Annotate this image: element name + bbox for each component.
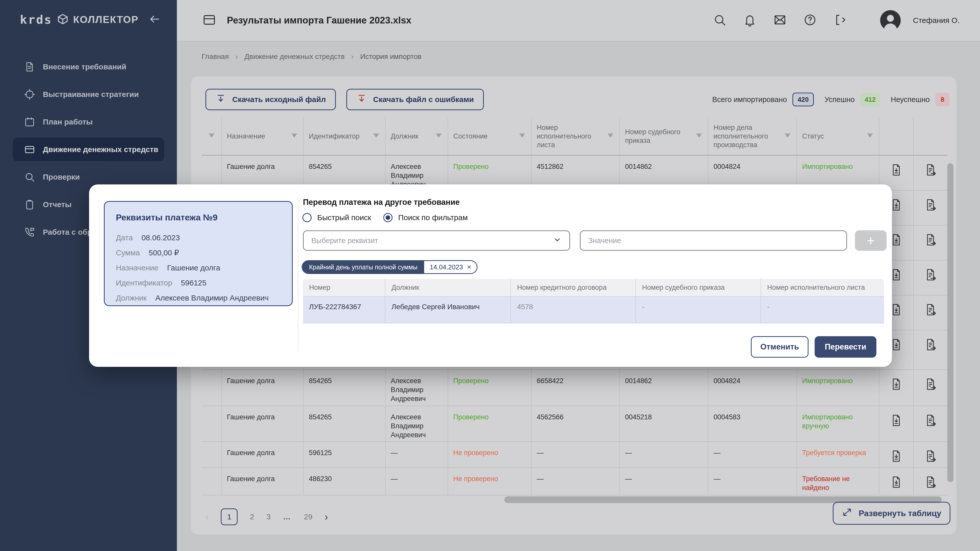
sidebar-item[interactable]: Выстраивание стратегии [13, 83, 164, 106]
sidebar-item[interactable]: Движение денежных стредств [13, 138, 164, 161]
search-icon [713, 13, 727, 27]
sidebar-item-label: Движение денежных стредств [43, 145, 158, 154]
doc-transfer-button[interactable] [924, 163, 937, 183]
results-column-header: Номер судебного приказа [635, 279, 760, 296]
pagination-page[interactable]: 1 [221, 508, 238, 525]
file-text-icon [24, 61, 35, 73]
doc-transfer-button[interactable] [924, 233, 937, 253]
pagination-page[interactable]: 29 [304, 513, 312, 521]
pagination-page[interactable]: 2 [250, 513, 254, 521]
radio-option[interactable]: Быстрый поиск [302, 213, 371, 222]
results-table-body: ЛУБ-222784367Лебедев Сергей Иванович4578… [303, 297, 884, 324]
bell-button[interactable] [743, 13, 757, 28]
value-input[interactable] [580, 230, 847, 251]
sidebar-collapse-button[interactable] [149, 13, 161, 26]
add-filter-button[interactable]: + [855, 230, 886, 251]
filter-icon[interactable] [866, 131, 874, 141]
breadcrumb-item[interactable]: Главная [202, 52, 229, 61]
sidebar-item[interactable]: План работы [13, 110, 164, 134]
table-cell: Импортировано [797, 370, 879, 406]
pagination-page[interactable]: 3 [266, 513, 271, 521]
requisite-select-placeholder: Выберите реквизит [311, 237, 378, 245]
doc-transfer-icon [924, 475, 937, 489]
filter-icon[interactable] [372, 131, 380, 141]
table-cell: Гашение долга [221, 442, 303, 467]
row-action-cell [913, 330, 947, 369]
filter-icon[interactable] [695, 131, 703, 141]
page-title: Результаты импорта Гашение 2023.xlsx [227, 15, 411, 26]
pagination-next[interactable]: › [325, 511, 328, 523]
column-header: Номер исполнительного листа [531, 118, 619, 155]
table-cell: 4562566 [531, 406, 619, 441]
table-cell: Алексеев Владимир Андреевич [385, 370, 448, 406]
mail-icon [773, 13, 787, 27]
logo-krds-text: krds [20, 13, 52, 27]
table-cell: — [708, 442, 797, 467]
sidebar-item[interactable]: Внесение требований [13, 55, 164, 79]
doc-transfer-button[interactable] [924, 303, 937, 323]
results-row[interactable]: ЛУБ-222784367Лебедев Сергей Иванович4578… [303, 297, 884, 324]
radio-option[interactable]: Поиск по фильтрам [383, 213, 468, 222]
calendar-icon [24, 116, 35, 127]
table-cell: Гашение долга [221, 468, 303, 495]
mail-button[interactable] [773, 13, 787, 28]
close-icon[interactable]: × [467, 264, 471, 271]
expand-table-button[interactable]: Развернуть таблицу [833, 502, 950, 525]
filter-icon[interactable] [435, 131, 442, 141]
help-button[interactable] [803, 13, 817, 28]
filter-chip[interactable]: Крайний день уплаты полной суммы 14.04.2… [302, 260, 477, 274]
doc-transfer-button[interactable] [924, 338, 937, 363]
cancel-button[interactable]: Отменить [751, 336, 808, 358]
app-logo: krds КОЛЛЕКТОР [20, 13, 138, 27]
column-label: Номер дела исполнительного производства [714, 123, 781, 149]
table-cell: 0004824 [708, 370, 797, 406]
avatar[interactable] [879, 9, 902, 32]
filter-icon[interactable] [607, 131, 614, 141]
search-results-table: НомерДолжникНомер кредитного договораНом… [303, 279, 884, 324]
expand-icon [842, 507, 852, 517]
download-errors-button[interactable]: Скачать файл с ошибками [346, 89, 484, 110]
window-icon [202, 13, 216, 28]
stat-total: Всего импортировано420 [712, 93, 814, 106]
column-header: Статус [797, 118, 879, 155]
column-header: Состояние [448, 118, 531, 155]
download-source-button[interactable]: Скачать исходный файл [205, 89, 336, 110]
clipboard-icon [24, 199, 35, 210]
requisite-select[interactable]: Выберите реквизит [303, 230, 570, 251]
bell-icon [743, 13, 757, 27]
column-header: Должник [385, 118, 448, 155]
search-button[interactable] [713, 13, 727, 28]
doc-transfer-button[interactable] [924, 413, 937, 435]
stat-success: Успешно412 [824, 93, 880, 106]
filter-icon [695, 131, 703, 139]
transfer-button[interactable]: Перевести [815, 336, 877, 358]
vertical-scrollbar[interactable] [947, 163, 953, 482]
doc-download-button[interactable] [890, 413, 903, 435]
filter-icon[interactable] [518, 131, 526, 141]
doc-transfer-button[interactable] [924, 377, 937, 399]
table-cell: Гашение долга [221, 406, 303, 441]
table-cell: 596125 [303, 442, 385, 467]
row-filter-cell [202, 468, 221, 495]
doc-transfer-button[interactable] [924, 198, 937, 218]
doc-download-button[interactable] [890, 377, 903, 399]
filter-icon[interactable] [290, 131, 298, 141]
breadcrumb-item[interactable]: Движение денежных стредств [245, 52, 345, 61]
doc-download-button[interactable] [890, 449, 903, 461]
row-action-cell [913, 225, 947, 260]
doc-transfer-button[interactable] [924, 268, 937, 288]
doc-transfer-button[interactable] [924, 475, 937, 488]
results-cell: ЛУБ-222784367 [303, 297, 385, 323]
filter-icon [208, 131, 215, 139]
table-cell: — [531, 442, 619, 467]
topbar-left: Результаты импорта Гашение 2023.xlsx [202, 0, 411, 41]
stat-badge: 8 [935, 93, 950, 106]
logout-button[interactable] [833, 13, 847, 28]
filter-icon[interactable] [208, 131, 215, 141]
doc-transfer-button[interactable] [924, 449, 937, 461]
doc-download-button[interactable] [890, 475, 903, 488]
doc-download-button[interactable] [890, 163, 903, 183]
field-label: Дата [116, 230, 133, 245]
filter-icon[interactable] [784, 131, 791, 141]
column-header [879, 118, 913, 155]
